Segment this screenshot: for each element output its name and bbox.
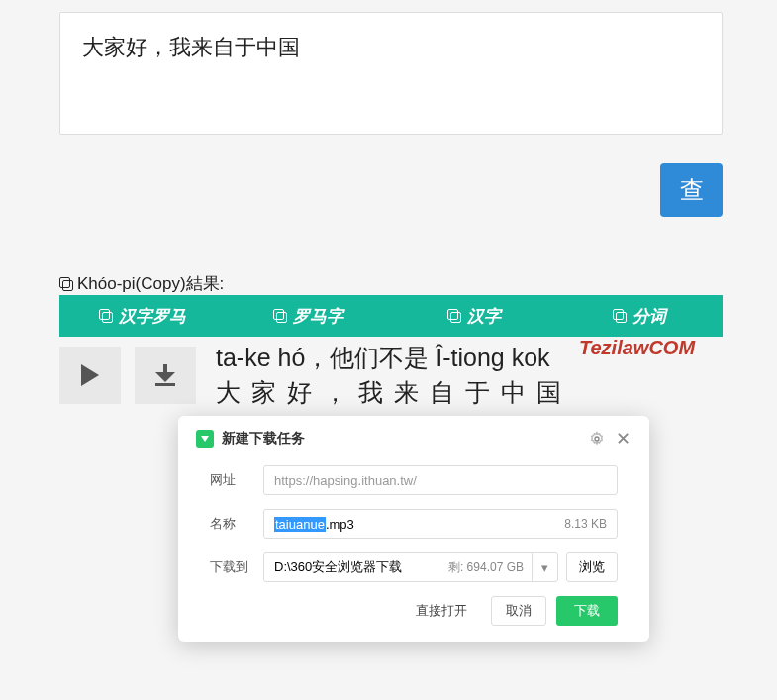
search-button-label: 查	[680, 174, 704, 206]
tab-label: 罗马字	[293, 305, 343, 328]
url-value: https://hapsing.ithuan.tw/	[274, 473, 417, 488]
url-input[interactable]: https://hapsing.ithuan.tw/	[263, 465, 618, 495]
tab-hanzi-roma[interactable]: 汉字罗马	[59, 295, 226, 337]
download-audio-button[interactable]	[135, 347, 196, 404]
copy-icon	[447, 309, 461, 323]
open-directly-button[interactable]: 直接打开	[402, 596, 481, 626]
play-button[interactable]	[59, 347, 121, 404]
tab-fenci[interactable]: 分词	[557, 295, 724, 337]
path-input[interactable]: D:\360安全浏览器下载 剩: 694.07 GB ▾	[263, 552, 558, 582]
play-icon	[81, 364, 99, 386]
cancel-label: 取消	[506, 602, 532, 620]
open-directly-label: 直接打开	[416, 602, 467, 620]
name-label: 名称	[210, 515, 249, 533]
dialog-footer: 直接打开 取消 下载	[196, 596, 631, 626]
tab-hanzi[interactable]: 汉字	[391, 295, 557, 337]
input-textarea[interactable]: 大家好，我来自于中国	[59, 12, 723, 135]
result-text: ta-ke hó，他们不是 Î-tiong kok 大家好，我来自于中国	[216, 342, 572, 409]
download-logo-icon	[196, 430, 214, 448]
tab-roma[interactable]: 罗马字	[226, 295, 392, 337]
copy-icon	[59, 277, 73, 291]
tab-label: 分词	[632, 305, 666, 328]
download-label: 下载	[574, 602, 600, 620]
copy-icon	[613, 309, 627, 323]
watermark: TezilawCOM	[579, 337, 695, 359]
copy-icon	[273, 309, 287, 323]
path-dropdown-button[interactable]: ▾	[532, 553, 557, 581]
download-dialog: 新建下载任务 ✕ 网址 https://hapsing.ithuan.tw/ 名…	[178, 416, 649, 642]
tab-label: 汉字罗马	[119, 305, 186, 328]
dialog-title: 新建下载任务	[222, 430, 580, 448]
download-icon	[155, 364, 175, 386]
url-label: 网址	[210, 471, 249, 489]
close-button[interactable]: ✕	[614, 430, 631, 448]
input-text: 大家好，我来自于中国	[82, 33, 700, 62]
browse-label: 浏览	[579, 558, 605, 576]
result-latin: ta-ke hó，他们不是 Î-tiong kok	[216, 342, 572, 374]
cancel-button[interactable]: 取消	[491, 596, 546, 626]
copy-results-label: Khóo-pi(Copy)結果:	[59, 272, 224, 295]
close-icon: ✕	[616, 428, 631, 450]
svg-point-0	[595, 437, 599, 441]
dialog-header: 新建下载任务 ✕	[196, 430, 631, 448]
search-button[interactable]: 查	[660, 163, 723, 217]
filename-value: taiuanue.mp3	[274, 517, 354, 532]
result-hanzi: 大家好，我来自于中国	[216, 376, 572, 409]
path-value: D:\360安全浏览器下载	[274, 558, 402, 576]
download-button[interactable]: 下载	[556, 596, 618, 626]
filesize-label: 8.13 KB	[564, 517, 607, 531]
copy-icon	[99, 309, 113, 323]
tabs-bar: 汉字罗马 罗马字 汉字 分词	[59, 295, 723, 337]
filename-input[interactable]: taiuanue.mp3 8.13 KB	[263, 509, 618, 539]
chevron-down-icon: ▾	[541, 560, 548, 575]
browse-button[interactable]: 浏览	[566, 552, 618, 582]
remaining-space: 剩: 694.07 GB	[448, 559, 524, 576]
saveto-label: 下载到	[210, 558, 249, 576]
settings-button[interactable]	[588, 430, 606, 448]
tab-label: 汉字	[467, 305, 501, 328]
gear-icon	[589, 431, 605, 447]
result-row: ta-ke hó，他们不是 Î-tiong kok 大家好，我来自于中国	[59, 342, 572, 409]
